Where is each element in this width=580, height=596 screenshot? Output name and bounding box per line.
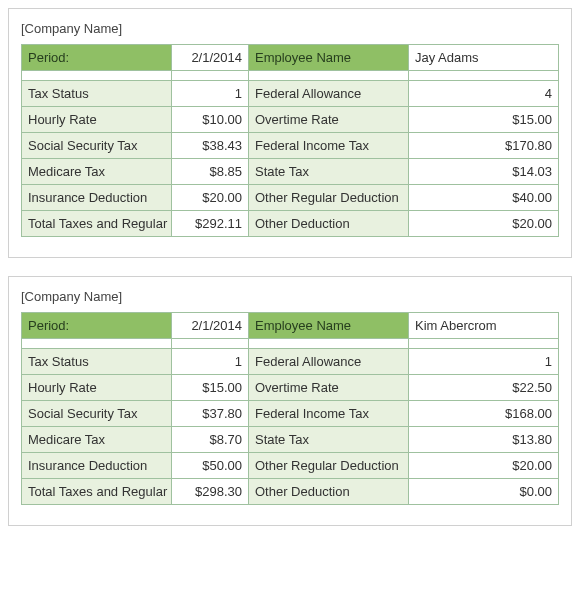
- row-label-left: Hourly Rate: [22, 107, 172, 133]
- row-value-right: $40.00: [409, 185, 559, 211]
- row-label-right: Federal Income Tax: [249, 401, 409, 427]
- company-name: [Company Name]: [21, 289, 559, 304]
- table-row: Medicare Tax$8.85State Tax$14.03: [22, 159, 559, 185]
- row-value-right: $14.03: [409, 159, 559, 185]
- row-label-left: Medicare Tax: [22, 159, 172, 185]
- row-value-left: 1: [172, 349, 249, 375]
- table-row: Tax Status1Federal Allowance1: [22, 349, 559, 375]
- employee-value: Jay Adams: [409, 45, 559, 71]
- table-row: Social Security Tax$37.80Federal Income …: [22, 401, 559, 427]
- row-value-right: $15.00: [409, 107, 559, 133]
- row-value-left: 1: [172, 81, 249, 107]
- row-value-right: $168.00: [409, 401, 559, 427]
- row-label-left: Insurance Deduction: [22, 185, 172, 211]
- row-label-right: Other Deduction: [249, 211, 409, 237]
- table-row: Hourly Rate$15.00Overtime Rate$22.50: [22, 375, 559, 401]
- row-value-right: $13.80: [409, 427, 559, 453]
- row-value-right: $20.00: [409, 211, 559, 237]
- row-value-right: $22.50: [409, 375, 559, 401]
- period-value: 2/1/2014: [172, 313, 249, 339]
- row-label-left: Medicare Tax: [22, 427, 172, 453]
- row-value-right: $20.00: [409, 453, 559, 479]
- row-label-right: Federal Allowance: [249, 349, 409, 375]
- table-row: Medicare Tax$8.70State Tax$13.80: [22, 427, 559, 453]
- spacer-row: [22, 71, 559, 81]
- row-label-right: Other Deduction: [249, 479, 409, 505]
- row-value-left: $50.00: [172, 453, 249, 479]
- period-label: Period:: [22, 313, 172, 339]
- row-value-left: $15.00: [172, 375, 249, 401]
- row-label-left: Tax Status: [22, 81, 172, 107]
- header-row: Period:2/1/2014Employee NameKim Abercrom: [22, 313, 559, 339]
- row-value-left: $292.11: [172, 211, 249, 237]
- row-label-left: Tax Status: [22, 349, 172, 375]
- row-value-left: $38.43: [172, 133, 249, 159]
- row-value-left: $20.00: [172, 185, 249, 211]
- header-row: Period:2/1/2014Employee NameJay Adams: [22, 45, 559, 71]
- row-label-right: Federal Income Tax: [249, 133, 409, 159]
- table-row: Social Security Tax$38.43Federal Income …: [22, 133, 559, 159]
- table-row: Total Taxes and Regular$292.11Other Dedu…: [22, 211, 559, 237]
- employee-value: Kim Abercrom: [409, 313, 559, 339]
- company-name: [Company Name]: [21, 21, 559, 36]
- table-row: Insurance Deduction$50.00Other Regular D…: [22, 453, 559, 479]
- period-value: 2/1/2014: [172, 45, 249, 71]
- row-label-left: Insurance Deduction: [22, 453, 172, 479]
- paystub-table: Period:2/1/2014Employee NameJay AdamsTax…: [21, 44, 559, 237]
- row-label-right: Other Regular Deduction: [249, 453, 409, 479]
- paystub-table: Period:2/1/2014Employee NameKim Abercrom…: [21, 312, 559, 505]
- row-label-right: Overtime Rate: [249, 107, 409, 133]
- row-value-right: $170.80: [409, 133, 559, 159]
- row-label-left: Hourly Rate: [22, 375, 172, 401]
- row-value-right: 4: [409, 81, 559, 107]
- row-label-right: Federal Allowance: [249, 81, 409, 107]
- row-value-left: $10.00: [172, 107, 249, 133]
- row-value-right: 1: [409, 349, 559, 375]
- table-row: Insurance Deduction$20.00Other Regular D…: [22, 185, 559, 211]
- row-label-left: Total Taxes and Regular: [22, 211, 172, 237]
- row-value-left: $8.85: [172, 159, 249, 185]
- paystub-card: [Company Name]Period:2/1/2014Employee Na…: [8, 8, 572, 258]
- row-label-left: Social Security Tax: [22, 401, 172, 427]
- table-row: Total Taxes and Regular$298.30Other Dedu…: [22, 479, 559, 505]
- employee-label: Employee Name: [249, 45, 409, 71]
- spacer-row: [22, 339, 559, 349]
- row-label-right: Other Regular Deduction: [249, 185, 409, 211]
- row-label-right: State Tax: [249, 427, 409, 453]
- table-row: Hourly Rate$10.00Overtime Rate$15.00: [22, 107, 559, 133]
- row-value-left: $37.80: [172, 401, 249, 427]
- row-label-right: State Tax: [249, 159, 409, 185]
- paystub-card: [Company Name]Period:2/1/2014Employee Na…: [8, 276, 572, 526]
- table-row: Tax Status1Federal Allowance4: [22, 81, 559, 107]
- period-label: Period:: [22, 45, 172, 71]
- row-value-left: $8.70: [172, 427, 249, 453]
- row-label-left: Total Taxes and Regular: [22, 479, 172, 505]
- row-value-right: $0.00: [409, 479, 559, 505]
- employee-label: Employee Name: [249, 313, 409, 339]
- row-value-left: $298.30: [172, 479, 249, 505]
- row-label-left: Social Security Tax: [22, 133, 172, 159]
- row-label-right: Overtime Rate: [249, 375, 409, 401]
